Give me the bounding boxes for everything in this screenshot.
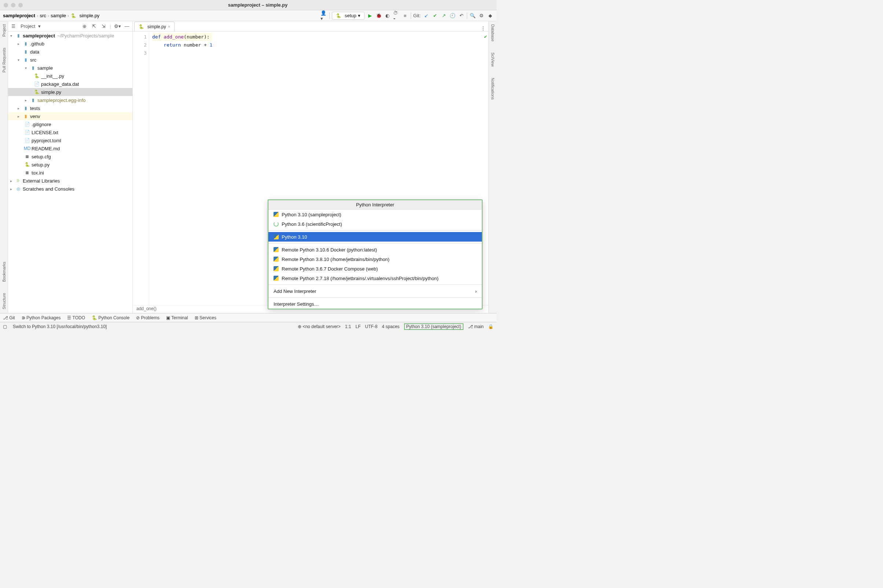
rail-database[interactable]: Database <box>491 24 495 41</box>
hide-panel-icon[interactable]: — <box>123 23 130 30</box>
tree-src[interactable]: ▾▮src <box>8 56 132 64</box>
tree-data[interactable]: ▮data <box>8 48 132 56</box>
expand-all-icon[interactable]: ⇱ <box>91 23 98 30</box>
rail-sciview[interactable]: SciView <box>491 52 495 67</box>
ide-logo-icon[interactable]: ◆ <box>487 12 494 19</box>
status-branch[interactable]: ⎇ main <box>468 324 484 329</box>
tree-pkgdata[interactable]: 📄package_data.dat <box>8 80 132 88</box>
tool-todo[interactable]: ☰ TODO <box>67 315 85 320</box>
editor-area: 🐍 simple.py × ⋮ ✔ 1 2 3 def add_one(numb… <box>133 21 488 313</box>
chevron-right-icon: › <box>475 288 477 294</box>
code-lines[interactable]: def add_one(number): return number + 1 <box>149 32 212 305</box>
collapse-all-icon[interactable]: ⇲ <box>101 23 107 30</box>
tree-license[interactable]: 📄LICENSE.txt <box>8 128 132 136</box>
interpreter-option[interactable]: Python 3.10 (sampleproject) <box>269 210 482 219</box>
python-icon <box>273 247 279 252</box>
interpreter-remote[interactable]: Remote Python 3.6.7 Docker Compose (web) <box>269 264 482 273</box>
tool-console[interactable]: 🐍 Python Console <box>92 315 129 320</box>
tree-github[interactable]: ▸▮.github <box>8 40 132 48</box>
profile-button[interactable]: ⏱▾ <box>393 12 400 19</box>
git-history-button[interactable]: 🕘 <box>449 12 456 19</box>
breadcrumb-src[interactable]: src <box>40 13 46 18</box>
tree-setuppy[interactable]: 🐍setup.py <box>8 160 132 169</box>
tool-services[interactable]: ⊞ Services <box>195 315 216 320</box>
tab-simple[interactable]: 🐍 simple.py × <box>134 22 174 31</box>
tree-scratches[interactable]: ▸◎Scratches and Consoles <box>8 185 132 193</box>
project-view-icon: ☰ <box>10 24 16 29</box>
search-button[interactable]: 🔍 <box>469 12 476 19</box>
project-panel-title[interactable]: Project <box>21 24 35 29</box>
rail-bookmarks[interactable]: Bookmarks <box>2 262 6 282</box>
git-commit-button[interactable]: ✔ <box>432 12 438 19</box>
tree-init[interactable]: 🐍__init__.py <box>8 72 132 80</box>
user-icon[interactable]: 👤▾ <box>320 12 327 19</box>
breadcrumb-sample[interactable]: sample <box>51 13 66 18</box>
interpreter-option-selected[interactable]: Python 3.10 <box>269 232 482 242</box>
editor-menu-icon[interactable]: ⋮ <box>480 24 486 31</box>
tree-venv[interactable]: ▸▮venv <box>8 112 132 120</box>
status-position[interactable]: 1:1 <box>345 324 351 329</box>
git-push-button[interactable]: ↗ <box>440 12 447 19</box>
tool-packages[interactable]: ⋑ Python Packages <box>22 315 61 320</box>
bottom-tool-strip: ⎇ Git ⋑ Python Packages ☰ TODO 🐍 Python … <box>0 313 497 322</box>
tree-simple[interactable]: 🐍simple.py <box>8 88 132 96</box>
status-indent[interactable]: 4 spaces <box>382 324 400 329</box>
tool-git[interactable]: ⎇ Git <box>3 315 15 320</box>
run-button[interactable]: ▶ <box>367 12 373 19</box>
tree-sample[interactable]: ▾▮sample <box>8 64 132 72</box>
add-interpreter[interactable]: Add New Interpreter› <box>269 286 482 296</box>
tree-egginfo[interactable]: ▸▮sampleproject.egg-info <box>8 96 132 104</box>
rail-pull-requests[interactable]: Pull Requests <box>2 48 6 73</box>
minimize-window-icon[interactable] <box>11 3 15 8</box>
inspection-ok-icon[interactable]: ✔ <box>484 34 487 39</box>
close-window-icon[interactable] <box>4 3 8 8</box>
python-file-icon: 🐍 <box>138 24 144 30</box>
zoom-window-icon[interactable] <box>18 3 23 8</box>
rail-structure[interactable]: Structure <box>2 293 6 309</box>
tool-problems[interactable]: ⊘ Problems <box>136 315 159 320</box>
tree-extlib[interactable]: ▸⊪External Libraries <box>8 177 132 185</box>
python-icon <box>273 266 279 271</box>
close-tab-icon[interactable]: × <box>168 24 171 29</box>
interpreter-option[interactable]: Python 3.6 (scientificProject) <box>269 219 482 229</box>
tree-tox[interactable]: ≣tox.ini <box>8 169 132 177</box>
rail-project[interactable]: Project <box>2 24 6 37</box>
coverage-button[interactable]: ◐ <box>384 12 391 19</box>
interpreter-remote[interactable]: Remote Python 3.8.10 (/home/jetbrains/bi… <box>269 254 482 264</box>
tool-terminal[interactable]: ▣ Terminal <box>166 315 188 320</box>
debug-button[interactable]: 🐞 <box>375 12 382 19</box>
status-server[interactable]: ⊕ <no default server> <box>298 324 341 329</box>
git-pull-button[interactable]: ↙ <box>423 12 429 19</box>
status-lock-icon[interactable]: 🔒 <box>488 324 494 329</box>
interpreter-settings[interactable]: Interpreter Settings… <box>269 299 482 309</box>
window-titlebar: sampleproject – simple.py <box>0 0 497 10</box>
tree-gitignore[interactable]: 📄.gitignore <box>8 120 132 128</box>
tree-readme[interactable]: MDREADME.md <box>8 144 132 153</box>
tree-root[interactable]: ▾▮ sampleproject ~/PycharmProjects/sampl… <box>8 32 132 40</box>
status-encoding[interactable]: UTF-8 <box>365 324 378 329</box>
git-revert-button[interactable]: ↶ <box>458 12 465 19</box>
tree-tests[interactable]: ▸▮tests <box>8 104 132 112</box>
settings-button[interactable]: ⚙ <box>478 12 485 19</box>
status-toolwindow-icon[interactable]: ▢ <box>3 324 7 329</box>
main-area: Project Pull Requests Bookmarks Structur… <box>0 21 497 313</box>
project-panel: ☰ Project ▾ ⊕ ⇱ ⇲ | ⚙▾ — ▾▮ sampleprojec… <box>8 21 133 313</box>
status-lineending[interactable]: LF <box>356 324 361 329</box>
rail-notifications[interactable]: Notifications <box>491 78 495 100</box>
breadcrumb-file[interactable]: simple.py <box>79 13 99 18</box>
interpreter-remote[interactable]: Remote Python 2.7.18 (/home/jetbrains/.v… <box>269 273 482 283</box>
line-gutter[interactable]: 1 2 3 <box>133 32 149 305</box>
tree-setupcfg[interactable]: ≣setup.cfg <box>8 153 132 160</box>
tree-pyproject[interactable]: 📄pyproject.toml <box>8 136 132 144</box>
popup-title: Python Interpreter <box>269 200 482 210</box>
project-tree[interactable]: ▾▮ sampleproject ~/PycharmProjects/sampl… <box>8 32 132 313</box>
breadcrumb[interactable]: sampleproject › src › sample › 🐍 simple.… <box>3 13 99 19</box>
panel-settings-icon[interactable]: ⚙▾ <box>114 23 121 30</box>
status-interpreter[interactable]: Python 3.10 (sampleproject) <box>404 323 464 330</box>
interpreter-popup: Python Interpreter Python 3.10 (samplepr… <box>268 200 482 309</box>
run-config-dropdown[interactable]: 🐍 setup ▾ <box>332 12 365 20</box>
interpreter-remote[interactable]: Remote Python 3.10.6 Docker (python:late… <box>269 245 482 254</box>
select-opened-file-icon[interactable]: ⊕ <box>81 23 88 30</box>
chevron-down-icon[interactable]: ▾ <box>38 24 41 29</box>
breadcrumb-root[interactable]: sampleproject <box>3 13 35 18</box>
